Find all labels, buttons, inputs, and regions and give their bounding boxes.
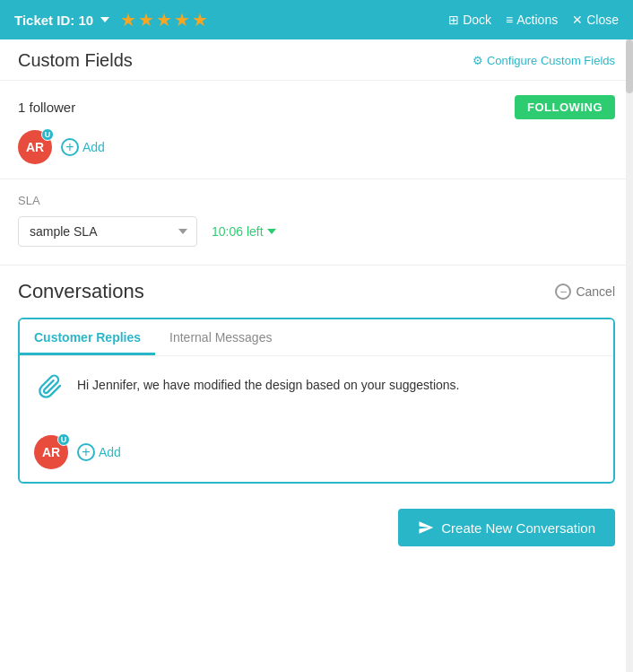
conversation-avatar-initials: AR bbox=[42, 445, 60, 459]
avatar: AR U bbox=[18, 130, 52, 164]
dock-button[interactable]: ⊞ Dock bbox=[448, 13, 491, 27]
custom-fields-title: Custom Fields bbox=[18, 50, 133, 71]
add-conversation-icon: + bbox=[77, 443, 95, 461]
send-icon bbox=[418, 519, 434, 536]
sla-section: SLA sample SLA Premium SLA Standard SLA … bbox=[0, 179, 633, 266]
sla-time-left[interactable]: 10:06 left bbox=[212, 224, 276, 239]
avatar-row: AR U + Add bbox=[18, 130, 615, 164]
actions-button[interactable]: ≡ Actions bbox=[506, 13, 558, 27]
add-conversation-button[interactable]: + Add bbox=[77, 443, 121, 461]
scrollbar-track[interactable] bbox=[626, 39, 633, 672]
create-btn-wrapper: Create New Conversation bbox=[0, 498, 633, 557]
sla-row: sample SLA Premium SLA Standard SLA 10:0… bbox=[18, 216, 615, 247]
star-3-icon[interactable]: ★ bbox=[156, 9, 172, 31]
dock-icon: ⊞ bbox=[448, 13, 459, 27]
message-row: Hi Jennifer, we have modified the design… bbox=[34, 371, 599, 403]
star-rating[interactable]: ★ ★ ★ ★ ★ bbox=[120, 9, 208, 31]
conversation-avatar: AR U bbox=[34, 435, 68, 469]
star-1-icon[interactable]: ★ bbox=[120, 9, 136, 31]
main-content: Custom Fields ⚙ Configure Custom Fields … bbox=[0, 39, 633, 672]
message-text: Hi Jennifer, we have modified the design… bbox=[77, 371, 460, 395]
gear-icon: ⚙ bbox=[473, 54, 483, 67]
star-2-icon[interactable]: ★ bbox=[138, 9, 154, 31]
sla-time-value: 10:06 left bbox=[212, 224, 264, 239]
custom-fields-header: Custom Fields ⚙ Configure Custom Fields bbox=[0, 39, 633, 81]
ticket-id-label: Ticket ID: 10 bbox=[14, 13, 93, 28]
star-5-icon[interactable]: ★ bbox=[192, 9, 208, 31]
sla-chevron-icon bbox=[267, 229, 276, 234]
tab-internal-messages[interactable]: Internal Messages bbox=[155, 319, 286, 355]
configure-custom-fields-link[interactable]: ⚙ Configure Custom Fields bbox=[473, 54, 615, 67]
tab-customer-replies[interactable]: Customer Replies bbox=[20, 319, 155, 355]
cancel-button[interactable]: − Cancel bbox=[555, 284, 615, 300]
sla-label: SLA bbox=[18, 194, 615, 207]
create-new-conversation-button[interactable]: Create New Conversation bbox=[398, 509, 615, 546]
conversation-tabs: Customer Replies Internal Messages bbox=[20, 319, 613, 356]
star-4-icon[interactable]: ★ bbox=[174, 9, 190, 31]
conversation-footer: AR U + Add bbox=[20, 435, 613, 482]
close-icon: ✕ bbox=[572, 13, 583, 27]
conversations-title: Conversations bbox=[18, 280, 144, 303]
paperclip-icon bbox=[34, 371, 66, 403]
add-circle-icon: + bbox=[61, 138, 79, 156]
following-button[interactable]: FOLLOWING bbox=[515, 95, 615, 119]
ticket-id[interactable]: Ticket ID: 10 bbox=[14, 13, 109, 28]
header-actions: ⊞ Dock ≡ Actions ✕ Close bbox=[448, 13, 619, 27]
cancel-label: Cancel bbox=[576, 284, 615, 299]
actions-icon: ≡ bbox=[506, 13, 513, 27]
conversation-box: Customer Replies Internal Messages Hi Je… bbox=[18, 318, 615, 484]
close-button[interactable]: ✕ Close bbox=[572, 13, 619, 27]
conversations-header: Conversations − Cancel bbox=[18, 280, 615, 303]
sla-dropdown[interactable]: sample SLA Premium SLA Standard SLA bbox=[18, 216, 197, 247]
followers-section: 1 follower FOLLOWING AR U + Add bbox=[0, 81, 633, 179]
conversation-avatar-badge: U bbox=[57, 433, 70, 446]
avatar-badge: U bbox=[41, 128, 54, 141]
conversations-section: Conversations − Cancel Customer Replies … bbox=[0, 266, 633, 498]
ticket-chevron-icon[interactable] bbox=[100, 17, 109, 22]
add-follower-button[interactable]: + Add bbox=[61, 138, 105, 156]
scrollbar-thumb[interactable] bbox=[626, 39, 633, 93]
conversation-body: Hi Jennifer, we have modified the design… bbox=[20, 356, 613, 435]
cancel-circle-icon: − bbox=[555, 284, 571, 300]
header: Ticket ID: 10 ★ ★ ★ ★ ★ ⊞ Dock ≡ Actions… bbox=[0, 0, 633, 39]
avatar-initials: AR bbox=[26, 140, 44, 154]
followers-row: 1 follower FOLLOWING bbox=[18, 95, 615, 119]
followers-count: 1 follower bbox=[18, 100, 75, 115]
